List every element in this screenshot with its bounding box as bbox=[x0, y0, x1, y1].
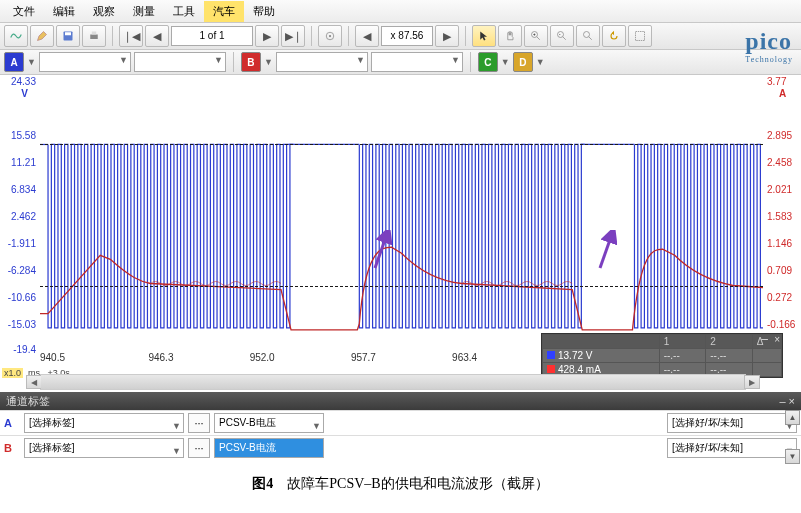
scroll-thumb[interactable] bbox=[41, 375, 745, 389]
channel-d-button[interactable]: D bbox=[513, 52, 533, 72]
meas-row-a: 13.72 V--.----.-- bbox=[543, 349, 782, 363]
close-icon[interactable]: – × bbox=[779, 395, 795, 407]
label-row-a: A [选择标签]▼ ··· PCSV-B电压▼ [选择好/坏/未知]▼ bbox=[0, 410, 801, 435]
next-page-icon[interactable]: ▶ bbox=[255, 25, 279, 47]
main-toolbar: ❘◀ ◀ 1 of 1 ▶ ▶❘ ◀ x 87.56 ▶ + - bbox=[0, 23, 801, 50]
channel-c-button[interactable]: C bbox=[478, 52, 498, 72]
x-tick: 940.5 bbox=[40, 352, 65, 363]
menu-measure[interactable]: 测量 bbox=[124, 1, 164, 22]
axis-right-tick: 0.272 bbox=[767, 292, 792, 303]
label-name-a[interactable]: PCSV-B电压▼ bbox=[214, 413, 324, 433]
svg-point-12 bbox=[584, 32, 590, 38]
label-select-a[interactable]: [选择标签]▼ bbox=[24, 413, 184, 433]
print-icon[interactable] bbox=[82, 25, 106, 47]
svg-rect-2 bbox=[90, 35, 98, 40]
channel-labels-tab[interactable]: 通道标签 – × bbox=[0, 392, 801, 410]
axis-right-tick: 2.021 bbox=[767, 184, 792, 195]
figure-caption: 图4 故障车PCSV–B的供电和电流波形（截屏） bbox=[0, 475, 801, 493]
separator bbox=[311, 26, 312, 46]
close-icon[interactable]: × bbox=[774, 334, 780, 345]
channel-toolbar: A▼ ▼ ▼ B▼ ▼ ▼ C▼ D▼ bbox=[0, 50, 801, 75]
separator bbox=[465, 26, 466, 46]
waveform-plot: 24.33 V 15.58 11.21 6.834 2.462 -1.911 -… bbox=[0, 76, 801, 372]
channel-a-range-dropdown[interactable]: ▼ bbox=[39, 52, 131, 72]
svg-rect-1 bbox=[65, 32, 71, 35]
scope-icon[interactable] bbox=[4, 25, 28, 47]
menu-file[interactable]: 文件 bbox=[4, 1, 44, 22]
axis-left-tick: 2.462 bbox=[11, 211, 36, 222]
marquee-zoom-icon[interactable] bbox=[628, 25, 652, 47]
channel-a-coupling-dropdown[interactable]: ▼ bbox=[134, 52, 226, 72]
y-axis-left[interactable]: 24.33 V 15.58 11.21 6.834 2.462 -1.911 -… bbox=[2, 76, 38, 352]
save-icon[interactable] bbox=[56, 25, 80, 47]
annotation-arrow bbox=[595, 230, 617, 270]
h-scrollbar[interactable]: ◀ ▶ bbox=[40, 374, 746, 390]
separator bbox=[112, 26, 113, 46]
zoom-indicator[interactable]: x 87.56 bbox=[381, 26, 433, 46]
axis-right-tick: 2.458 bbox=[767, 157, 792, 168]
x-tick: 957.7 bbox=[351, 352, 376, 363]
minimize-icon[interactable]: – bbox=[761, 332, 768, 346]
page-indicator[interactable]: 1 of 1 bbox=[171, 26, 253, 46]
menu-help[interactable]: 帮助 bbox=[244, 1, 284, 22]
menu-view[interactable]: 观察 bbox=[84, 1, 124, 22]
target-icon[interactable] bbox=[318, 25, 342, 47]
menu-tools[interactable]: 工具 bbox=[164, 1, 204, 22]
svg-line-16 bbox=[600, 234, 612, 268]
more-button[interactable]: ··· bbox=[188, 438, 210, 458]
svg-line-15 bbox=[375, 234, 387, 268]
more-button[interactable]: ··· bbox=[188, 413, 210, 433]
svg-text:+: + bbox=[533, 32, 536, 37]
svg-line-10 bbox=[563, 37, 566, 40]
y-axis-right[interactable]: 3.77 A 2.895 2.458 2.021 1.583 1.146 0.7… bbox=[765, 76, 799, 352]
ruler-h-voltage[interactable] bbox=[40, 144, 763, 145]
zoom-in-icon[interactable]: + bbox=[524, 25, 548, 47]
scroll-left-icon[interactable]: ◀ bbox=[26, 375, 42, 389]
label-status-a[interactable]: [选择好/坏/未知]▼ bbox=[667, 413, 797, 433]
axis-right-tick: 2.895 bbox=[767, 130, 792, 141]
svg-rect-3 bbox=[92, 32, 97, 35]
measurement-panel[interactable]: – × 12Δ 13.72 V--.----.-- 428.4 mA--.---… bbox=[541, 333, 783, 378]
zoom-prev-icon[interactable]: ◀ bbox=[355, 25, 379, 47]
ruler-h-current[interactable] bbox=[40, 286, 763, 287]
menu-edit[interactable]: 编辑 bbox=[44, 1, 84, 22]
scroll-right-icon[interactable]: ▶ bbox=[744, 375, 760, 389]
channel-b-range-dropdown[interactable]: ▼ bbox=[276, 52, 368, 72]
channel-a-button[interactable]: A bbox=[4, 52, 24, 72]
plot-canvas[interactable] bbox=[40, 80, 763, 352]
axis-right-tick: -0.166 bbox=[767, 319, 795, 330]
zoom-next-icon[interactable]: ▶ bbox=[435, 25, 459, 47]
axis-left-tick: -1.911 bbox=[8, 238, 36, 249]
channel-badge-b: B bbox=[4, 442, 20, 454]
axis-right-unit: A bbox=[779, 88, 786, 99]
channel-labels-grid: A [选择标签]▼ ··· PCSV-B电压▼ [选择好/坏/未知]▼ B [选… bbox=[0, 410, 801, 462]
svg-text:-: - bbox=[559, 32, 561, 37]
channel-b-button[interactable]: B bbox=[241, 52, 261, 72]
scroll-down-icon[interactable]: ▼ bbox=[785, 449, 800, 464]
label-select-b[interactable]: [选择标签]▼ bbox=[24, 438, 184, 458]
axis-right-tick: 3.77 bbox=[767, 76, 786, 87]
svg-point-5 bbox=[329, 35, 331, 37]
x-tick: 952.0 bbox=[250, 352, 275, 363]
axis-left-tick: 11.21 bbox=[11, 157, 36, 168]
zoom-out-icon[interactable]: - bbox=[550, 25, 574, 47]
prev-page-icon[interactable]: ◀ bbox=[145, 25, 169, 47]
axis-left-tick: 6.834 bbox=[11, 184, 36, 195]
undo-zoom-icon[interactable] bbox=[602, 25, 626, 47]
pointer-icon[interactable] bbox=[472, 25, 496, 47]
first-page-icon[interactable]: ❘◀ bbox=[119, 25, 143, 47]
channel-b-coupling-dropdown[interactable]: ▼ bbox=[371, 52, 463, 72]
axis-left-tick: -6.284 bbox=[8, 265, 36, 276]
pencil-icon[interactable] bbox=[30, 25, 54, 47]
menu-automotive[interactable]: 汽车 bbox=[204, 1, 244, 22]
axis-left-tick: 15.58 bbox=[11, 130, 36, 141]
svg-line-7 bbox=[537, 37, 540, 40]
scroll-up-icon[interactable]: ▲ bbox=[785, 410, 800, 425]
zoom-fit-icon[interactable] bbox=[576, 25, 600, 47]
last-page-icon[interactable]: ▶❘ bbox=[281, 25, 305, 47]
hand-icon[interactable] bbox=[498, 25, 522, 47]
axis-right-tick: 1.583 bbox=[767, 211, 792, 222]
label-status-b[interactable]: [选择好/坏/未知]▼ bbox=[667, 438, 797, 458]
channel-badge-a: A bbox=[4, 417, 20, 429]
label-name-b[interactable]: PCSV-B电流 bbox=[214, 438, 324, 458]
